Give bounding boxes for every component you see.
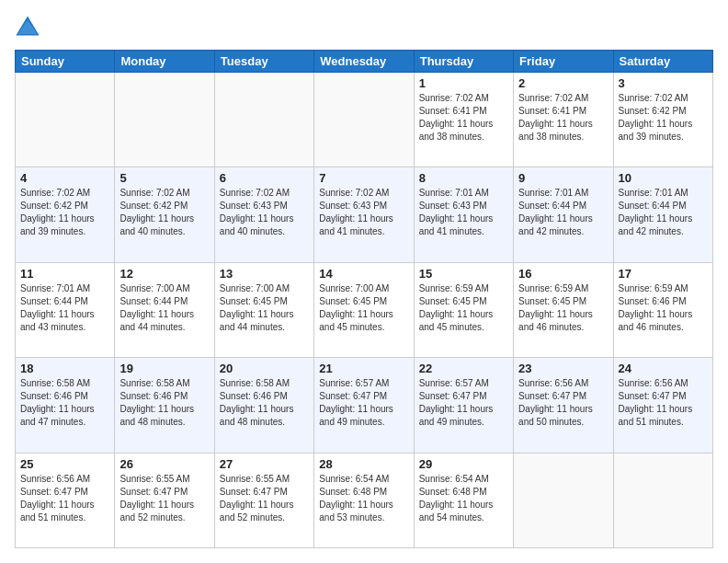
day-number: 13 [220,267,309,281]
calendar-cell [16,73,115,167]
day-info: Sunrise: 6:57 AMSunset: 6:47 PMDaylight:… [319,377,408,429]
calendar-cell: 9Sunrise: 7:01 AMSunset: 6:44 PMDaylight… [514,167,613,262]
day-info: Sunrise: 7:02 AMSunset: 6:41 PMDaylight:… [518,92,608,144]
calendar-body: 1Sunrise: 7:02 AMSunset: 6:41 PMDaylight… [16,73,713,548]
day-info: Sunrise: 7:01 AMSunset: 6:44 PMDaylight:… [619,187,708,238]
day-number: 23 [518,362,608,375]
calendar-cell [314,73,414,167]
day-number: 16 [518,267,608,281]
day-header-sunday: Sunday [16,51,115,73]
day-number: 26 [119,457,209,471]
calendar-cell: 24Sunrise: 6:56 AMSunset: 6:47 PMDayligh… [613,358,712,453]
day-number: 15 [419,267,508,281]
day-number: 11 [20,267,109,281]
day-number: 7 [319,171,408,185]
day-header-tuesday: Tuesday [214,51,313,73]
day-number: 2 [518,76,608,90]
calendar-cell: 1Sunrise: 7:02 AMSunset: 6:41 PMDaylight… [414,73,513,167]
day-header-wednesday: Wednesday [314,51,414,73]
day-info: Sunrise: 6:58 AMSunset: 6:46 PMDaylight:… [119,377,209,429]
calendar-cell: 25Sunrise: 6:56 AMSunset: 6:47 PMDayligh… [16,453,115,547]
day-info: Sunrise: 7:02 AMSunset: 6:41 PMDaylight:… [419,92,508,144]
day-number: 17 [619,267,708,281]
day-header-row: SundayMondayTuesdayWednesdayThursdayFrid… [16,51,713,73]
week-row-3: 11Sunrise: 7:01 AMSunset: 6:44 PMDayligh… [16,262,713,357]
day-info: Sunrise: 6:54 AMSunset: 6:48 PMDaylight:… [419,473,508,524]
calendar-table: SundayMondayTuesdayWednesdayThursdayFrid… [15,50,713,548]
day-info: Sunrise: 6:59 AMSunset: 6:46 PMDaylight:… [619,282,708,334]
calendar-cell: 12Sunrise: 7:00 AMSunset: 6:44 PMDayligh… [115,262,214,357]
calendar-cell: 17Sunrise: 6:59 AMSunset: 6:46 PMDayligh… [613,262,712,357]
header [15,15,713,40]
day-info: Sunrise: 6:59 AMSunset: 6:45 PMDaylight:… [518,282,608,334]
day-number: 28 [319,457,408,471]
day-info: Sunrise: 7:02 AMSunset: 6:43 PMDaylight:… [319,187,408,238]
svg-marker-1 [18,20,38,34]
week-row-2: 4Sunrise: 7:02 AMSunset: 6:42 PMDaylight… [16,167,713,262]
calendar-cell: 10Sunrise: 7:01 AMSunset: 6:44 PMDayligh… [613,167,712,262]
day-number: 20 [220,362,309,375]
day-info: Sunrise: 7:00 AMSunset: 6:45 PMDaylight:… [319,282,408,334]
calendar-cell: 8Sunrise: 7:01 AMSunset: 6:43 PMDaylight… [414,167,513,262]
logo-icon [15,15,40,40]
calendar-cell [214,73,313,167]
day-number: 5 [119,171,209,185]
week-row-5: 25Sunrise: 6:56 AMSunset: 6:47 PMDayligh… [16,453,713,547]
day-info: Sunrise: 7:00 AMSunset: 6:44 PMDaylight:… [119,282,209,334]
day-info: Sunrise: 7:00 AMSunset: 6:45 PMDaylight:… [220,282,309,334]
day-info: Sunrise: 6:58 AMSunset: 6:46 PMDaylight:… [220,377,309,429]
calendar-cell: 6Sunrise: 7:02 AMSunset: 6:43 PMDaylight… [214,167,313,262]
day-number: 1 [419,76,508,90]
day-header-thursday: Thursday [414,51,513,73]
calendar-cell: 4Sunrise: 7:02 AMSunset: 6:42 PMDaylight… [16,167,115,262]
day-number: 25 [20,457,109,471]
day-info: Sunrise: 7:02 AMSunset: 6:42 PMDaylight:… [20,187,109,238]
calendar-cell: 28Sunrise: 6:54 AMSunset: 6:48 PMDayligh… [314,453,414,547]
day-number: 29 [419,457,508,471]
calendar-cell: 20Sunrise: 6:58 AMSunset: 6:46 PMDayligh… [214,358,313,453]
calendar-cell: 13Sunrise: 7:00 AMSunset: 6:45 PMDayligh… [214,262,313,357]
logo [15,15,44,40]
week-row-1: 1Sunrise: 7:02 AMSunset: 6:41 PMDaylight… [16,73,713,167]
day-info: Sunrise: 7:02 AMSunset: 6:43 PMDaylight:… [220,187,309,238]
day-number: 9 [518,171,608,185]
day-info: Sunrise: 6:56 AMSunset: 6:47 PMDaylight:… [518,377,608,429]
calendar-cell: 15Sunrise: 6:59 AMSunset: 6:45 PMDayligh… [414,262,513,357]
day-number: 4 [20,171,109,185]
calendar-cell: 19Sunrise: 6:58 AMSunset: 6:46 PMDayligh… [115,358,214,453]
calendar-cell: 7Sunrise: 7:02 AMSunset: 6:43 PMDaylight… [314,167,414,262]
day-info: Sunrise: 7:01 AMSunset: 6:43 PMDaylight:… [419,187,508,238]
day-number: 27 [220,457,309,471]
day-info: Sunrise: 7:02 AMSunset: 6:42 PMDaylight:… [119,187,209,238]
calendar-cell: 27Sunrise: 6:55 AMSunset: 6:47 PMDayligh… [214,453,313,547]
day-info: Sunrise: 6:59 AMSunset: 6:45 PMDaylight:… [419,282,508,334]
day-number: 10 [619,171,708,185]
calendar-cell: 3Sunrise: 7:02 AMSunset: 6:42 PMDaylight… [613,73,712,167]
day-header-saturday: Saturday [613,51,712,73]
day-number: 8 [419,171,508,185]
calendar-cell: 2Sunrise: 7:02 AMSunset: 6:41 PMDaylight… [514,73,613,167]
day-info: Sunrise: 6:55 AMSunset: 6:47 PMDaylight:… [119,473,209,524]
calendar-cell [115,73,214,167]
day-info: Sunrise: 6:55 AMSunset: 6:47 PMDaylight:… [220,473,309,524]
day-info: Sunrise: 6:56 AMSunset: 6:47 PMDaylight:… [619,377,708,429]
day-number: 14 [319,267,408,281]
day-info: Sunrise: 6:58 AMSunset: 6:46 PMDaylight:… [20,377,109,429]
day-info: Sunrise: 7:02 AMSunset: 6:42 PMDaylight:… [619,92,708,144]
calendar-cell: 14Sunrise: 7:00 AMSunset: 6:45 PMDayligh… [314,262,414,357]
day-number: 18 [20,362,109,375]
day-info: Sunrise: 6:56 AMSunset: 6:47 PMDaylight:… [20,473,109,524]
calendar-cell: 16Sunrise: 6:59 AMSunset: 6:45 PMDayligh… [514,262,613,357]
calendar-cell [613,453,712,547]
day-number: 21 [319,362,408,375]
day-info: Sunrise: 6:54 AMSunset: 6:48 PMDaylight:… [319,473,408,524]
page: SundayMondayTuesdayWednesdayThursdayFrid… [0,0,728,563]
day-info: Sunrise: 7:01 AMSunset: 6:44 PMDaylight:… [20,282,109,334]
calendar-cell: 21Sunrise: 6:57 AMSunset: 6:47 PMDayligh… [314,358,414,453]
calendar-cell: 29Sunrise: 6:54 AMSunset: 6:48 PMDayligh… [414,453,513,547]
day-info: Sunrise: 7:01 AMSunset: 6:44 PMDaylight:… [518,187,608,238]
day-header-monday: Monday [115,51,214,73]
day-header-friday: Friday [514,51,613,73]
day-number: 6 [220,171,309,185]
calendar-cell: 11Sunrise: 7:01 AMSunset: 6:44 PMDayligh… [16,262,115,357]
